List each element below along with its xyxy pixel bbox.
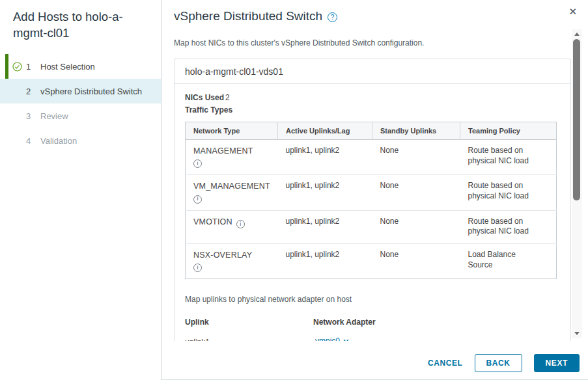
help-icon[interactable]: ? xyxy=(328,12,337,22)
standby-uplinks: None xyxy=(372,140,460,175)
uplink-mapping-row: uplink1 vmnic0 xyxy=(185,336,560,341)
table-row: NSX-OVERLAYi uplink1, uplink2 None Load … xyxy=(186,244,557,279)
step-vsphere-distributed-switch[interactable]: 2 vSphere Distributed Switch xyxy=(0,79,161,103)
wizard-steps: 1 Host Selection 2 vSphere Distributed S… xyxy=(0,54,161,153)
uplink1-adapter-select[interactable]: vmnic0 xyxy=(313,336,351,341)
teaming-policy: Route based on physical NIC load xyxy=(460,210,557,244)
network-type: VM_MANAGEMENT xyxy=(193,182,270,191)
network-adapter-column-label: Network Adapter xyxy=(313,318,560,327)
info-icon[interactable]: i xyxy=(193,264,202,272)
uplink-column-label: Uplink xyxy=(185,318,313,327)
step-label: vSphere Distributed Switch xyxy=(40,87,142,96)
active-uplinks: uplink1, uplink2 xyxy=(278,175,372,210)
back-button[interactable]: BACK xyxy=(475,354,522,372)
scroll-up-arrow-icon[interactable] xyxy=(574,33,580,36)
step-number: 1 xyxy=(26,62,35,72)
step-number: 4 xyxy=(26,136,35,146)
vertical-scrollbar[interactable] xyxy=(572,29,582,338)
step-description: Map host NICs to this cluster's vSphere … xyxy=(174,38,588,48)
network-type: VMOTION xyxy=(193,217,232,226)
step-number: 2 xyxy=(26,87,35,96)
step-content-panel: vSphere Distributed Switch ? ✕ Map host … xyxy=(161,0,588,380)
chevron-down-icon xyxy=(343,339,349,341)
scrollbar-thumb[interactable] xyxy=(573,39,580,200)
next-button[interactable]: NEXT xyxy=(534,354,580,372)
standby-uplinks: None xyxy=(372,244,460,279)
standby-uplinks: None xyxy=(372,175,460,210)
page-title: vSphere Distributed Switch ? xyxy=(174,9,588,23)
teaming-policy: Load Balance Source xyxy=(460,244,557,279)
teaming-policy: Route based on physical NIC load xyxy=(460,175,557,210)
info-icon[interactable]: i xyxy=(193,195,202,204)
info-icon[interactable]: i xyxy=(193,159,202,168)
step-review[interactable]: 3 Review xyxy=(0,103,161,128)
teaming-policy: Route based on physical NIC load xyxy=(460,140,557,175)
table-header-row: Network Type Active Uplinks/Lag Standby … xyxy=(186,122,557,140)
active-uplinks: uplink1, uplink2 xyxy=(278,244,372,279)
step-label: Review xyxy=(40,111,68,121)
network-type: NSX-OVERLAY xyxy=(193,251,252,260)
col-standby-uplinks: Standby Uplinks xyxy=(372,122,460,140)
info-icon[interactable]: i xyxy=(236,220,245,228)
step-label: Validation xyxy=(40,136,77,146)
step-complete-check-icon xyxy=(12,62,22,72)
network-type: MANAGEMENT xyxy=(193,146,253,156)
table-row: VM_MANAGEMENTi uplink1, uplink2 None Rou… xyxy=(186,175,557,210)
vds-card: holo-a-mgmt-cl01-vds01 NICs Used 2 Traff… xyxy=(174,59,571,341)
nics-used-label: NICs Used xyxy=(185,93,225,102)
traffic-types-table: Network Type Active Uplinks/Lag Standby … xyxy=(185,122,557,279)
cancel-button[interactable]: CANCEL xyxy=(428,359,463,368)
traffic-types-label: Traffic Types xyxy=(185,105,560,115)
col-network-type: Network Type xyxy=(186,122,278,140)
uplink-map-heading: Map uplinks to physical network adapter … xyxy=(185,295,560,304)
step-validation[interactable]: 4 Validation xyxy=(0,128,161,153)
wizard-sidebar: Add Hosts to holo-a-mgmt-cl01 1 Host Sel… xyxy=(0,0,161,380)
active-uplinks: uplink1, uplink2 xyxy=(278,140,372,175)
table-row: VMOTIONi uplink1, uplink2 None Route bas… xyxy=(186,210,557,244)
active-uplinks: uplink1, uplink2 xyxy=(278,210,372,244)
step-number: 3 xyxy=(26,111,35,121)
table-row: MANAGEMENTi uplink1, uplink2 None Route … xyxy=(186,140,557,175)
uplink-name: uplink1 xyxy=(185,338,313,341)
vds-name: holo-a-mgmt-cl01-vds01 xyxy=(175,59,570,84)
wizard-footer: CANCEL BACK NEXT xyxy=(428,354,580,372)
step-host-selection[interactable]: 1 Host Selection xyxy=(0,54,161,79)
standby-uplinks: None xyxy=(372,210,460,244)
col-active-uplinks: Active Uplinks/Lag xyxy=(278,122,372,140)
scroll-down-arrow-icon[interactable] xyxy=(574,332,580,335)
step-label: Host Selection xyxy=(40,62,95,72)
close-icon[interactable]: ✕ xyxy=(567,5,578,19)
dialog-title: Add Hosts to holo-a-mgmt-cl01 xyxy=(13,8,156,41)
nics-used-value: 2 xyxy=(225,93,230,102)
col-teaming-policy: Teaming Policy xyxy=(460,122,557,140)
